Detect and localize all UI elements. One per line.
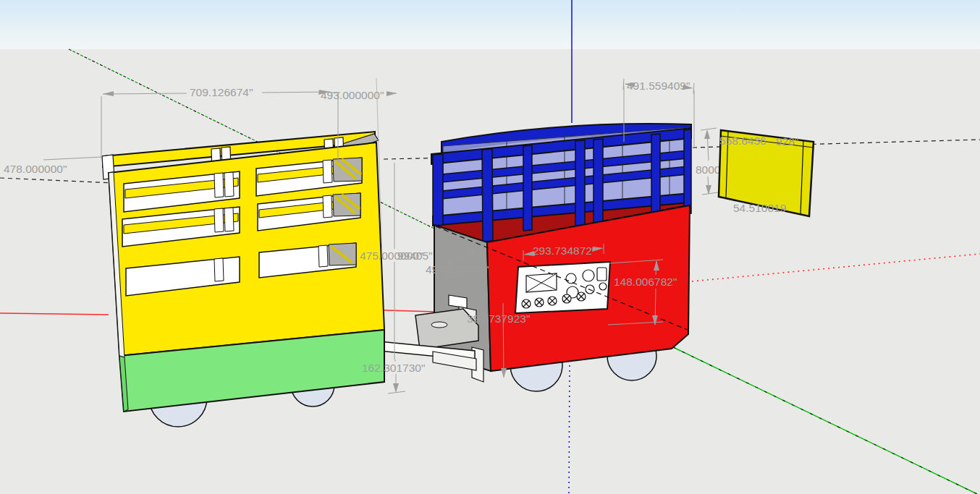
railing-post[interactable] xyxy=(684,129,691,214)
stake-post[interactable] xyxy=(323,160,332,183)
railing-post[interactable] xyxy=(523,145,532,231)
panel-button[interactable] xyxy=(566,273,576,284)
stake-post[interactable] xyxy=(214,173,224,197)
stake-post[interactable] xyxy=(224,172,234,197)
model-viewport[interactable]: 800000 709.126674" 493.000000" 478.00000… xyxy=(0,0,980,494)
stake-post[interactable] xyxy=(318,245,328,267)
stake-post[interactable] xyxy=(214,258,224,281)
railing-post[interactable] xyxy=(575,140,585,226)
dimension-text-54[interactable]: 54.510019 xyxy=(733,202,786,214)
dimension-text-148[interactable]: 148.006782" xyxy=(614,276,677,288)
dimension-text-558-overlap-b[interactable]: 928" xyxy=(776,135,798,148)
control-panel[interactable] xyxy=(515,262,610,313)
dimension-text-394[interactable]: 394.737923" xyxy=(467,312,530,325)
dimension-text-709[interactable]: 709.126674" xyxy=(190,86,253,98)
stake-post[interactable] xyxy=(224,208,234,231)
stake-post[interactable] xyxy=(214,208,224,232)
hitch-hole xyxy=(431,322,447,328)
dimension-text-558-overlap-a[interactable]: 558.6436 xyxy=(719,135,766,147)
panel-switch[interactable] xyxy=(597,268,607,281)
stake-wagon[interactable] xyxy=(102,132,384,412)
dimension-text-162[interactable]: 162.301730" xyxy=(362,362,425,374)
dimension-text-491[interactable]: 491.559409" xyxy=(627,80,690,92)
stake-post[interactable] xyxy=(323,195,332,218)
railing-post[interactable] xyxy=(482,149,493,242)
railing-post[interactable] xyxy=(433,154,443,226)
dimension-text-293[interactable]: 293.734872" xyxy=(533,244,596,257)
dimension-text-497[interactable]: 497.316672" xyxy=(426,263,489,276)
sky xyxy=(0,0,980,49)
dimension-text-493[interactable]: 493.000000" xyxy=(321,89,384,101)
railing-post[interactable] xyxy=(594,139,603,224)
railing-post[interactable] xyxy=(651,134,660,219)
scene-canvas[interactable]: 800000 709.126674" 493.000000" 478.00000… xyxy=(0,0,980,494)
panel-button[interactable] xyxy=(599,283,607,290)
panel-button[interactable] xyxy=(583,270,594,281)
dimension-text-475-overlap[interactable]: 99405" xyxy=(397,250,433,262)
dimension-text-478[interactable]: 478.000000" xyxy=(4,163,67,175)
